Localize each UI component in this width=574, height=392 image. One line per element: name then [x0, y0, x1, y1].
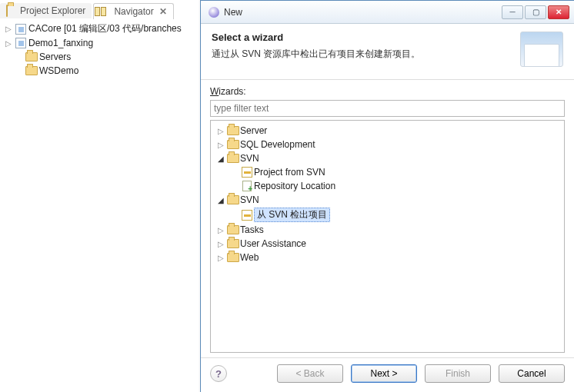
navigator-icon	[100, 6, 111, 17]
wizard-item-checkout-svn[interactable]: 从 SVN 检出项目	[212, 207, 562, 223]
expand-icon[interactable]: ▷	[4, 25, 13, 33]
collapse-icon[interactable]: ◢	[215, 154, 226, 163]
wizard-header-title: Select a wizard	[212, 32, 520, 43]
wizard-tree: ▷Server ▷SQL Development ◢SVN Project fr…	[210, 120, 565, 353]
eclipse-icon	[209, 7, 219, 18]
wiz-label: 从 SVN 检出项目	[254, 208, 330, 222]
tab-label: Project Explorer	[20, 5, 85, 16]
tree-item-wsdemo[interactable]: WSDemo	[4, 64, 196, 78]
svn-project-icon	[241, 209, 253, 221]
folder-icon	[25, 51, 38, 63]
expand-icon[interactable]: ▷	[215, 141, 226, 149]
project-icon	[15, 23, 27, 35]
tree-label: CACore [01 编辑区/03 代码/branches	[28, 22, 182, 35]
wizard-folder-svn-1[interactable]: ◢SVN	[212, 151, 562, 165]
wizard-folder-server[interactable]: ▷Server	[212, 124, 562, 138]
wizards-label: Wizards:	[210, 86, 565, 97]
minimize-button[interactable]: ─	[502, 5, 523, 19]
close-icon[interactable]: ✕	[159, 6, 167, 17]
new-wizard-dialog: New ─ ▢ ✕ Select a wizard 通过从 SVN 资源库中检出…	[200, 0, 574, 392]
wizard-folder-web[interactable]: ▷Web	[212, 251, 562, 264]
expand-icon[interactable]: ▷	[215, 240, 226, 248]
project-icon	[15, 37, 27, 49]
tree-label: Servers	[39, 51, 71, 62]
folder-icon	[6, 5, 17, 16]
tree-label: Demo1_fanxing	[28, 38, 93, 48]
wizard-filter-input[interactable]	[210, 100, 565, 117]
wizard-header-desc: 通过从 SVN 资源库中检出已有项目来创建新项目。	[212, 48, 520, 61]
expand-icon[interactable]: ▷	[4, 39, 13, 48]
back-button[interactable]: < Back	[277, 364, 343, 383]
folder-icon	[227, 152, 239, 164]
maximize-button[interactable]: ▢	[525, 5, 546, 19]
folder-icon	[227, 238, 239, 250]
wiz-label: SVN	[240, 153, 259, 164]
tab-navigator[interactable]: Navigator ✕	[93, 3, 173, 19]
wiz-label: Web	[240, 252, 259, 263]
folder-icon	[227, 251, 239, 264]
help-button[interactable]: ?	[210, 365, 227, 382]
close-button[interactable]: ✕	[548, 5, 569, 19]
finish-button[interactable]: Finish	[425, 364, 491, 383]
folder-icon	[25, 65, 38, 77]
tree-item-cacore[interactable]: ▷ CACore [01 编辑区/03 代码/branches	[4, 22, 196, 36]
wizard-folder-tasks[interactable]: ▷Tasks	[212, 223, 562, 237]
expand-icon[interactable]: ▷	[215, 127, 226, 135]
tree-item-demo1[interactable]: ▷ Demo1_fanxing	[4, 36, 196, 50]
wizard-item-repo-location[interactable]: Repository Location	[212, 179, 562, 193]
navigator-tree: ▷ CACore [01 编辑区/03 代码/branches ▷ Demo1_…	[4, 22, 196, 78]
tab-project-explorer[interactable]: Project Explorer	[0, 3, 92, 18]
wiz-label: Tasks	[240, 224, 264, 235]
wiz-label: User Assistance	[240, 238, 306, 249]
folder-icon	[227, 224, 239, 236]
collapse-icon[interactable]: ◢	[215, 196, 226, 204]
expand-icon[interactable]: ▷	[215, 226, 226, 234]
next-button[interactable]: Next >	[351, 364, 417, 383]
wizard-header: Select a wizard 通过从 SVN 资源库中检出已有项目来创建新项目…	[201, 24, 574, 80]
folder-icon	[227, 194, 239, 206]
wiz-label: SVN	[240, 194, 259, 205]
repo-icon	[241, 180, 253, 192]
dialog-title: New	[224, 7, 242, 18]
wizard-folder-user-assist[interactable]: ▷User Assistance	[212, 237, 562, 251]
tab-label: Navigator	[114, 6, 153, 17]
wiz-label: Repository Location	[254, 181, 335, 191]
wizard-folder-sqldev[interactable]: ▷SQL Development	[212, 138, 562, 151]
wiz-label: Server	[240, 125, 267, 136]
wizard-item-project-from-svn[interactable]: Project from SVN	[212, 165, 562, 179]
dialog-titlebar: New ─ ▢ ✕	[201, 1, 574, 24]
tree-item-servers[interactable]: Servers	[4, 50, 196, 64]
wizard-banner-icon	[520, 32, 563, 67]
svn-project-icon	[241, 166, 253, 178]
wiz-label: SQL Development	[240, 139, 315, 150]
cancel-button[interactable]: Cancel	[499, 364, 565, 383]
folder-icon	[227, 125, 239, 137]
folder-icon	[227, 138, 239, 151]
wiz-label: Project from SVN	[254, 167, 325, 178]
wizard-folder-svn-2[interactable]: ◢SVN	[212, 193, 562, 207]
tree-label: WSDemo	[39, 65, 78, 76]
expand-icon[interactable]: ▷	[215, 254, 226, 262]
